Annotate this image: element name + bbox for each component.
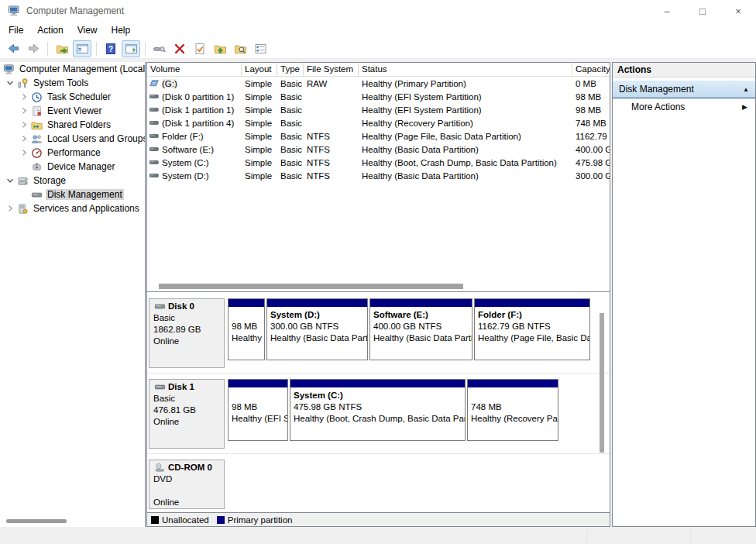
collapse-icon[interactable]: ▲ <box>743 86 749 93</box>
partition-98-mb[interactable]: 98 MBHealthy (EFI System Partition) <box>228 298 265 360</box>
volume-type-cell: Basic <box>277 171 304 181</box>
partition-size: 475.98 GB NTFS <box>294 401 462 413</box>
tree-item-label: Event Viewer <box>46 105 103 116</box>
menu-file[interactable]: File <box>2 22 30 38</box>
partition-748-mb[interactable]: 748 MBHealthy (Recovery Partition) <box>467 379 558 441</box>
volume-name-cell: Software (E:) <box>147 144 242 154</box>
tree-item-disk-management[interactable]: Disk Management <box>0 188 145 201</box>
maximize-button[interactable]: □ <box>685 0 720 22</box>
column-header-capacity[interactable]: Capacity <box>572 63 610 76</box>
partition-98-mb[interactable]: 98 MBHealthy (EFI System Partition) <box>228 379 288 441</box>
menu-view[interactable]: View <box>70 22 105 38</box>
system-tools-icon <box>17 77 29 89</box>
forward-icon[interactable] <box>24 40 43 57</box>
help-icon[interactable]: ? <box>101 40 120 57</box>
tree-item-services-and-applications[interactable]: Services and Applications <box>0 201 145 215</box>
column-header-status[interactable]: Status <box>359 63 572 76</box>
partition-software-e[interactable]: Software (E:)400.00 GB NTFSHealthy (Basi… <box>369 298 472 360</box>
volume-name: (Disk 1 partition 4) <box>162 119 234 128</box>
chevron-down-icon[interactable] <box>3 174 17 188</box>
chevron-right-icon[interactable] <box>3 201 17 215</box>
tree-item-local-users-and-groups[interactable]: Local Users and Groups <box>0 132 145 146</box>
folder-up-icon[interactable] <box>211 40 229 57</box>
volume-row[interactable]: Folder (F:)SimpleBasicNTFSHealthy (Page … <box>147 129 610 143</box>
storage-icon <box>17 175 29 187</box>
export-list-icon[interactable] <box>53 40 71 57</box>
actions-pane-title: Actions <box>613 63 755 77</box>
volume-row[interactable]: (Disk 1 partition 1)SimpleBasicHealthy (… <box>147 103 610 116</box>
volume-icon <box>149 131 160 141</box>
volume-row[interactable]: (Disk 1 partition 4)SimpleBasicHealthy (… <box>147 116 610 129</box>
partition-system-d[interactable]: System (D:)300.00 GB NTFSHealthy (Basic … <box>266 298 368 360</box>
show-action-pane-icon[interactable] <box>122 40 140 57</box>
actions-group-disk-management[interactable]: Disk Management ▲ <box>613 81 755 98</box>
tree-item-shared-folders[interactable]: Shared Folders <box>0 118 145 132</box>
disk-management-pane: VolumeLayoutTypeFile SystemStatusCapacit… <box>146 62 610 527</box>
chevron-right-icon[interactable] <box>17 90 31 104</box>
tree-item-performance[interactable]: Performance <box>0 146 145 160</box>
chevron-right-icon[interactable] <box>17 146 31 160</box>
delete-volume-icon[interactable] <box>170 40 189 57</box>
disk-label-disk-1[interactable]: Disk 1Basic476.81 GBOnline <box>149 379 225 449</box>
partition-info: System (C:)475.98 GB NTFSHealthy (Boot, … <box>290 388 465 425</box>
volume-file-system-cell: NTFS <box>304 158 359 167</box>
column-header-file-system[interactable]: File System <box>304 63 359 76</box>
tree-item-event-viewer[interactable]: Event Viewer <box>0 104 145 118</box>
volume-list-horizontal-scrollbar[interactable] <box>149 283 608 290</box>
mark-partition-icon[interactable] <box>191 40 209 57</box>
chevron-down-icon[interactable] <box>3 76 17 90</box>
shared-folders-icon <box>31 119 43 131</box>
disk-label-cd-rom-0[interactable]: CD-ROM 0DVD Online <box>149 460 225 509</box>
tree-item-label: Disk Management <box>46 189 124 200</box>
volume-row[interactable]: System (D:)SimpleBasicNTFSHealthy (Basic… <box>147 169 610 182</box>
partition-system-c[interactable]: System (C:)475.98 GB NTFSHealthy (Boot, … <box>290 379 466 441</box>
tree-item-task-scheduler[interactable]: Task Scheduler <box>0 90 145 104</box>
services-icon <box>17 203 29 215</box>
scrollbar-thumb[interactable] <box>159 284 463 289</box>
volume-status-cell: Healthy (Basic Data Partition) <box>359 171 572 181</box>
more-actions-item[interactable]: More Actions ▶ <box>613 98 755 115</box>
minimize-button[interactable]: – <box>649 0 685 22</box>
volume-row[interactable]: System (C:)SimpleBasicNTFSHealthy (Boot,… <box>147 156 610 169</box>
tree-item-system-tools[interactable]: System Tools <box>0 76 145 90</box>
disk-label-disk-0[interactable]: Disk 0Basic1862.89 GBOnline <box>149 298 225 368</box>
chevron-right-icon[interactable] <box>17 104 31 118</box>
column-header-layout[interactable]: Layout <box>242 63 277 76</box>
folder-search-icon[interactable] <box>231 40 249 57</box>
partition-legend: UnallocatedPrimary partition <box>147 512 610 526</box>
volume-capacity-cell: 475.98 GB <box>572 158 610 167</box>
chevron-right-icon[interactable] <box>17 132 31 146</box>
volume-status-cell: Healthy (Primary Partition) <box>359 79 572 88</box>
volume-status-cell: Healthy (EFI System Partition) <box>359 92 572 102</box>
close-button[interactable]: × <box>720 0 756 22</box>
tree-horizontal-scrollbar[interactable] <box>3 519 143 524</box>
show-console-tree-icon[interactable] <box>73 40 91 57</box>
device-properties-icon[interactable] <box>150 40 169 57</box>
menu-help[interactable]: Help <box>105 22 138 38</box>
tree-item-computer-management-local[interactable]: Computer Management (Local <box>0 62 145 76</box>
volume-layout-cell: Simple <box>242 119 277 128</box>
properties-list-icon[interactable] <box>251 40 270 57</box>
volume-type-cell: Basic <box>277 145 304 154</box>
partition-folder-f[interactable]: Folder (F:)1162.79 GB NTFSHealthy (Page … <box>474 298 590 360</box>
scrollbar-thumb[interactable] <box>6 519 67 523</box>
volume-name-cell: System (C:) <box>147 157 242 167</box>
partition-size: 98 MB <box>232 321 261 332</box>
tree-item-storage[interactable]: Storage <box>0 174 145 188</box>
column-header-type[interactable]: Type <box>277 63 304 76</box>
volume-row[interactable]: (G:)SimpleBasicRAWHealthy (Primary Parti… <box>147 77 610 90</box>
disk-label-line: 476.81 GB <box>153 405 224 416</box>
disk-label-line: Online <box>153 416 224 428</box>
chevron-right-icon[interactable] <box>17 118 31 132</box>
tree-item-device-manager[interactable]: Device Manager <box>0 160 145 174</box>
column-header-volume[interactable]: Volume <box>147 63 242 76</box>
menu-action[interactable]: Action <box>30 22 70 38</box>
volume-icon <box>149 118 160 128</box>
volume-row[interactable]: (Disk 0 partition 1)SimpleBasicHealthy (… <box>147 90 610 103</box>
graphical-view-scrollbar-thumb[interactable] <box>600 313 604 453</box>
back-icon[interactable] <box>4 40 22 57</box>
partition-title <box>232 390 284 401</box>
volume-row[interactable]: Software (E:)SimpleBasicNTFSHealthy (Bas… <box>147 143 610 156</box>
volume-icon <box>149 105 160 115</box>
toolbar-separator <box>145 42 146 56</box>
